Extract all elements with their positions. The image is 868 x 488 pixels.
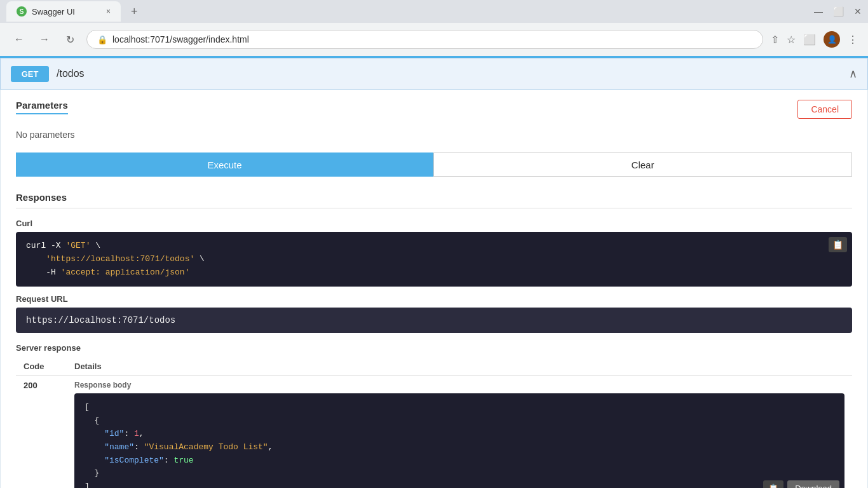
download-button[interactable]: Download [787, 480, 839, 488]
json-close-brace: } [85, 468, 99, 478]
minimize-control[interactable]: — [814, 6, 823, 17]
address-bar[interactable]: 🔒 localhost:7071/swagger/index.html [86, 30, 763, 49]
refresh-button[interactable]: ↻ [61, 30, 79, 48]
forward-icon: → [39, 34, 50, 45]
request-url-block: https://localhost:7071/todos [16, 308, 852, 333]
browser-addressbar: ← → ↻ 🔒 localhost:7071/swagger/index.htm… [0, 23, 868, 56]
swagger-content: GET /todos ∧ Parameters Cancel No parame… [0, 56, 868, 488]
json-close-bracket: ] [85, 482, 90, 488]
responses-section: Responses Curl curl -X 'GET' \ 'https://… [16, 192, 852, 488]
curl-section: Curl curl -X 'GET' \ 'https://localhost:… [16, 219, 852, 287]
back-icon: ← [14, 34, 24, 45]
copy-response-button[interactable]: 📋 [763, 480, 783, 488]
refresh-icon: ↻ [66, 34, 74, 46]
method-badge: GET [11, 66, 49, 82]
endpoint-path: /todos [57, 68, 849, 79]
json-open-bracket: [ [85, 402, 90, 412]
request-url-label: Request URL [16, 294, 852, 304]
server-response-label: Server response [16, 343, 852, 353]
endpoint-body: Parameters Cancel No parameters Execute … [0, 90, 868, 488]
response-code-cell: 200 [16, 376, 67, 488]
forward-button[interactable]: → [36, 30, 53, 48]
clear-button[interactable]: Clear [433, 152, 852, 177]
request-url-section: Request URL https://localhost:7071/todos [16, 294, 852, 333]
json-iscomplete: "isComplete": true [85, 456, 194, 465]
cancel-button[interactable]: Cancel [797, 100, 852, 119]
tab-close-button[interactable]: × [106, 7, 111, 16]
curl-label: Curl [16, 219, 852, 228]
sidebar-icon[interactable]: ⬜ [803, 34, 816, 46]
response-table: Code Details 200 Response body [ { [16, 358, 852, 488]
table-row: 200 Response body [ { "id": 1, "name": "… [16, 376, 852, 488]
json-name: "name": "VisualAcademy Todo List", [85, 442, 273, 452]
share-icon[interactable]: ⇧ [771, 34, 779, 46]
curl-line3: -H 'accept: application/json' [26, 268, 189, 277]
tab-favicon: S [17, 6, 27, 17]
collapse-icon[interactable]: ∧ [849, 67, 857, 81]
no-params-text: No parameters [16, 130, 852, 140]
window-controls: — ⬜ ✕ [814, 6, 862, 17]
json-id: "id": 1, [85, 429, 144, 438]
request-url-text: https://localhost:7071/todos [26, 315, 175, 325]
browser-titlebar: S Swagger UI × + — ⬜ ✕ [0, 0, 868, 23]
execute-button[interactable]: Execute [16, 152, 433, 177]
details-column-header: Details [67, 358, 852, 376]
tab-title: Swagger UI [32, 7, 75, 17]
code-column-header: Code [16, 358, 67, 376]
curl-line1: curl -X 'GET' \ [26, 241, 100, 250]
parameters-section: Parameters Cancel [16, 100, 852, 122]
response-body-block: [ { "id": 1, "name": "VisualAcademy Todo… [74, 393, 844, 488]
menu-icon[interactable]: ⋮ [848, 34, 858, 46]
close-control[interactable]: ✕ [854, 6, 862, 17]
curl-copy-button[interactable]: 📋 [829, 237, 847, 252]
action-buttons: Execute Clear [16, 152, 852, 177]
curl-line2: 'https://localhost:7071/todos' \ [26, 254, 205, 264]
lock-icon: 🔒 [97, 35, 107, 44]
address-text: localhost:7071/swagger/index.html [112, 34, 249, 44]
toolbar-icons: ⇧ ☆ ⬜ 👤 ⋮ [771, 31, 858, 48]
browser-chrome: S Swagger UI × + — ⬜ ✕ ← → ↻ 🔒 localhost… [0, 0, 868, 56]
response-body-label: Response body [74, 381, 844, 390]
download-area: 📋 Download [763, 480, 839, 488]
responses-title: Responses [16, 192, 852, 208]
new-tab-button[interactable]: + [126, 3, 143, 21]
bookmark-icon[interactable]: ☆ [787, 34, 796, 46]
parameters-title: Parameters [16, 100, 68, 114]
profile-avatar[interactable]: 👤 [824, 31, 840, 48]
json-open-brace: { [85, 416, 99, 425]
response-details-cell: Response body [ { "id": 1, "name": "Visu… [67, 376, 852, 488]
endpoint-header[interactable]: GET /todos ∧ [0, 58, 868, 90]
back-button[interactable]: ← [10, 30, 28, 48]
maximize-control[interactable]: ⬜ [833, 6, 844, 17]
server-response-section: Server response Code Details 200 Respons… [16, 343, 852, 488]
browser-tab[interactable]: S Swagger UI × [6, 1, 121, 22]
curl-code-block: curl -X 'GET' \ 'https://localhost:7071/… [16, 232, 852, 287]
